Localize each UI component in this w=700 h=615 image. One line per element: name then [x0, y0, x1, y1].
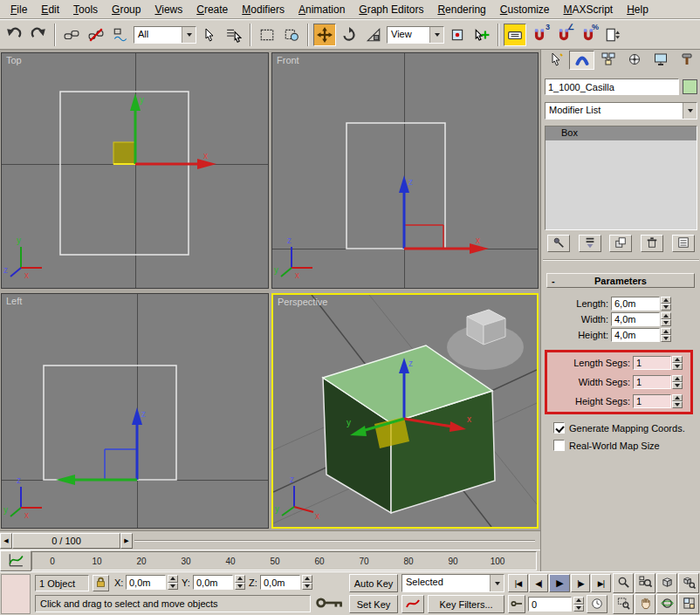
auto-key-button[interactable]: Auto Key — [349, 574, 398, 592]
spinner-snap-button[interactable] — [601, 24, 624, 46]
object-color-swatch[interactable] — [683, 79, 697, 94]
tab-motion[interactable] — [621, 51, 647, 70]
menu-item-file[interactable]: File — [3, 1, 34, 18]
redo-button[interactable] — [27, 24, 50, 46]
object-name-field[interactable]: 1_1000_Casilla — [545, 79, 679, 95]
time-configuration-button[interactable] — [587, 595, 607, 613]
viewport-top[interactable]: y x y x z Top — [1, 52, 269, 289]
zoom-extents-all-button[interactable] — [678, 573, 699, 593]
make-unique-button[interactable] — [609, 235, 632, 252]
current-frame-field[interactable]: 0 — [528, 597, 572, 612]
y-coord-spinner[interactable] — [235, 575, 245, 590]
select-object-button[interactable] — [198, 24, 221, 46]
tab-display[interactable] — [648, 51, 673, 70]
real-world-checkbox[interactable] — [553, 440, 565, 451]
menu-item-tools[interactable]: Tools — [66, 1, 105, 18]
modifier-stack[interactable]: Box — [545, 126, 697, 230]
tab-create[interactable] — [543, 51, 568, 70]
go-to-end-button[interactable]: ▶| — [591, 574, 611, 592]
zoom-button[interactable] — [613, 573, 634, 593]
box-top-wireframe[interactable] — [60, 92, 189, 255]
dropdown-arrow-icon[interactable] — [182, 27, 196, 43]
set-key-mode-button[interactable] — [314, 595, 346, 612]
menu-item-rendering[interactable]: Rendering — [430, 1, 492, 18]
box-front-wireframe[interactable] — [347, 123, 445, 249]
viewport-left-label[interactable]: Left — [6, 296, 22, 306]
go-to-start-button[interactable]: |◀ — [508, 574, 528, 592]
select-by-name-button[interactable] — [223, 24, 245, 46]
dropdown-arrow-icon[interactable] — [490, 575, 504, 591]
x-coord-field[interactable]: 0,0m — [126, 575, 166, 590]
time-slider-back-button[interactable]: ◀ — [0, 533, 12, 549]
open-mini-curve-editor-button[interactable] — [0, 550, 31, 571]
play-button[interactable]: ▶ — [549, 574, 570, 592]
length-segs-field[interactable]: 1 — [633, 356, 671, 370]
set-key-button[interactable]: Set Key — [349, 595, 398, 613]
menu-item-customize[interactable]: Customize — [493, 1, 557, 18]
height-field[interactable]: 4,0m — [611, 328, 660, 342]
viewport-perspective-canvas[interactable]: z x y z x y — [273, 295, 537, 527]
width-segs-spinner[interactable] — [672, 375, 683, 389]
percent-snap-button[interactable]: % — [577, 24, 600, 46]
keyboard-shortcut-override-button[interactable] — [504, 24, 526, 46]
maximize-viewport-button[interactable] — [678, 594, 699, 614]
width-segs-field[interactable]: 1 — [633, 375, 671, 389]
length-segs-spinner[interactable] — [672, 356, 683, 370]
parameters-rollout-header[interactable]: - Parameters — [546, 273, 695, 288]
selection-lock-button[interactable] — [93, 575, 109, 591]
time-slider-forward-button[interactable]: ▶ — [120, 533, 133, 549]
default-in-out-tangents-button[interactable] — [401, 595, 424, 613]
y-coord-field[interactable]: 0,0m — [193, 575, 233, 590]
viewport-left[interactable]: z z x y Left — [1, 293, 269, 529]
unlink-selection-button[interactable] — [85, 24, 107, 46]
select-and-rotate-button[interactable] — [338, 24, 360, 46]
viewport-perspective[interactable]: z x y z x y Perspective — [271, 293, 539, 529]
menu-item-animation[interactable]: Animation — [292, 1, 352, 18]
menu-item-help[interactable]: Help — [620, 1, 655, 18]
length-spinner[interactable] — [661, 297, 671, 311]
box-object[interactable] — [323, 345, 495, 513]
menu-item-modifiers[interactable]: Modifiers — [235, 1, 292, 18]
z-coord-field[interactable]: 0,0m — [260, 575, 300, 590]
tab-hierarchy[interactable] — [595, 51, 621, 70]
select-and-scale-button[interactable] — [362, 24, 385, 46]
generate-mapping-checkbox[interactable] — [553, 422, 565, 434]
remove-modifier-button[interactable] — [641, 235, 663, 252]
select-and-move-button[interactable] — [313, 24, 336, 46]
arc-rotate-button[interactable] — [656, 594, 677, 614]
stack-item-box[interactable]: Box — [546, 126, 697, 140]
show-end-result-button[interactable] — [579, 235, 601, 252]
viewport-front-label[interactable]: Front — [277, 55, 299, 65]
pan-button[interactable] — [635, 594, 655, 614]
length-field[interactable]: 6,0m — [611, 297, 660, 311]
undo-button[interactable] — [3, 24, 25, 46]
height-segs-field[interactable]: 1 — [633, 394, 671, 408]
z-coord-spinner[interactable] — [302, 575, 312, 590]
window-crossing-toggle-button[interactable] — [280, 24, 303, 46]
track-ruler[interactable]: 0102030405060708090100 — [31, 551, 537, 571]
previous-frame-button[interactable]: ◀| — [529, 574, 548, 592]
configure-modifier-sets-button[interactable] — [672, 235, 695, 252]
select-and-manipulate-button[interactable] — [470, 24, 493, 46]
time-slider[interactable]: 0 / 100 — [12, 533, 120, 549]
viewport-left-canvas[interactable]: z z x y — [2, 294, 268, 528]
menu-item-group[interactable]: Group — [105, 1, 148, 18]
zoom-all-button[interactable] — [635, 573, 655, 593]
dropdown-arrow-icon[interactable] — [683, 103, 697, 119]
viewport-front-canvas[interactable]: z x z x y — [272, 53, 538, 288]
menu-item-edit[interactable]: Edit — [34, 1, 66, 18]
viewport-perspective-label[interactable]: Perspective — [278, 297, 327, 307]
key-filters-button[interactable]: Key Filters... — [428, 595, 504, 613]
zoom-region-button[interactable] — [613, 594, 634, 614]
menu-item-views[interactable]: Views — [148, 1, 189, 18]
use-pivot-point-center-button[interactable] — [446, 24, 469, 46]
box-left-wireframe[interactable] — [44, 366, 176, 480]
rectangular-selection-region-button[interactable] — [256, 24, 278, 46]
viewport-front[interactable]: z x z x y Front — [271, 52, 539, 289]
move-gizmo-top[interactable]: y x — [113, 93, 216, 169]
tab-modify[interactable] — [569, 51, 594, 70]
dropdown-arrow-icon[interactable] — [429, 27, 443, 43]
menu-item-graph-editors[interactable]: Graph Editors — [352, 1, 430, 18]
tab-utilities[interactable] — [674, 51, 699, 70]
viewport-top-canvas[interactable]: y x y x z — [2, 53, 268, 288]
